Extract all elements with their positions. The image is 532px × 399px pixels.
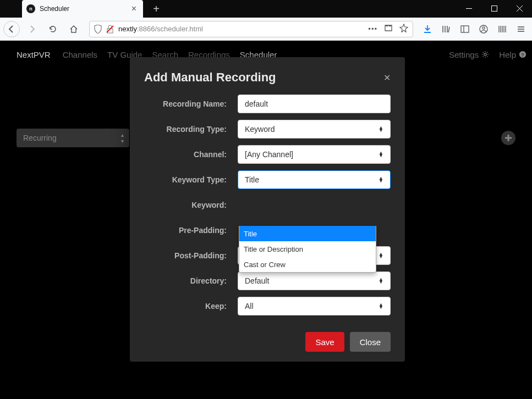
brand-label[interactable]: NextPVR [17, 50, 51, 59]
label-keyword: Keyword: [144, 201, 238, 209]
browser-toolbar: nextly:8866/scheduler.html ••• [0, 18, 532, 41]
label-channel: Channel: [144, 150, 238, 159]
label-prepadding: Pre-Padding: [144, 226, 238, 235]
help-icon: ? [519, 51, 526, 58]
add-recording-modal: Add Manual Recording ✕ Recording Name: d… [130, 57, 405, 362]
dropdown-option-cast-or-crew[interactable]: Cast or Crew [239, 257, 376, 272]
directory-select[interactable]: Default ▲▼ [238, 271, 391, 290]
nav-help[interactable]: Help ? [499, 50, 526, 59]
favicon-icon: n [26, 4, 35, 13]
svg-rect-1 [491, 5, 497, 11]
svg-point-9 [482, 26, 485, 29]
chevron-updown-icon: ▲▼ [379, 177, 383, 182]
svg-line-5 [107, 26, 113, 32]
close-button[interactable]: Close [350, 332, 391, 352]
address-bar[interactable]: nextly:8866/scheduler.html ••• [89, 21, 413, 37]
browser-tab[interactable]: n Scheduler × [22, 0, 143, 18]
new-tab-button[interactable]: + [149, 1, 164, 16]
recording-name-input[interactable]: default [238, 95, 391, 113]
back-button[interactable] [3, 21, 20, 37]
keep-select[interactable]: All ▲▼ [238, 297, 391, 315]
library-button[interactable] [438, 21, 454, 37]
dropdown-option-title[interactable]: Title [239, 226, 376, 241]
label-keep: Keep: [144, 302, 238, 311]
svg-point-13 [484, 53, 486, 56]
window-titlebar: n Scheduler × + [0, 0, 532, 18]
nav-settings[interactable]: Settings [449, 50, 489, 59]
gear-icon [481, 51, 489, 58]
label-keyword-type: Keyword Type: [144, 175, 238, 184]
minimize-button[interactable] [456, 0, 481, 16]
nav-channels[interactable]: Channels [63, 50, 97, 59]
insecure-lock-icon [106, 25, 114, 34]
extension-button[interactable] [495, 21, 510, 37]
sidebar-button[interactable] [457, 21, 473, 37]
chevron-updown-icon: ▲▼ [379, 152, 383, 157]
tab-close-icon[interactable]: × [129, 4, 139, 14]
keyword-type-dropdown: Title Title or Description Cast or Crew [239, 226, 376, 273]
maximize-button[interactable] [481, 0, 507, 16]
chevron-updown-icon: ▲▼ [379, 278, 383, 284]
label-directory: Directory: [144, 276, 238, 285]
add-recording-button[interactable] [501, 131, 515, 145]
modal-title: Add Manual Recording [144, 70, 383, 85]
home-button[interactable] [65, 20, 83, 38]
modal-close-button[interactable]: ✕ [383, 73, 391, 83]
svg-text:?: ? [521, 52, 524, 58]
help-label: Help [499, 50, 516, 59]
menu-button[interactable] [513, 21, 529, 37]
shield-icon [94, 25, 102, 34]
label-recording-name: Recording Name: [144, 99, 238, 108]
page-content: NextPVR Channels TV Guide Search Recordi… [0, 41, 532, 399]
downloads-button[interactable] [420, 21, 435, 37]
chevron-updown-icon: ▲▼ [379, 253, 383, 258]
recording-type-select[interactable]: Keyword ▲▼ [238, 120, 391, 138]
reader-shield-icon[interactable] [384, 24, 393, 34]
page-actions-icon[interactable]: ••• [368, 25, 377, 33]
filter-select[interactable]: Recurring ▴▾ [17, 129, 129, 147]
url-text: nextly:8866/scheduler.html [118, 25, 368, 33]
label-postpadding: Post-Padding: [144, 251, 238, 260]
dropdown-option-title-or-description[interactable]: Title or Description [239, 241, 376, 257]
chevron-updown-icon: ▲▼ [379, 303, 383, 309]
reload-button[interactable] [44, 20, 62, 38]
account-button[interactable] [476, 21, 491, 37]
label-recording-type: Recording Type: [144, 125, 238, 134]
forward-button [23, 20, 41, 38]
chevron-updown-icon: ▲▼ [379, 126, 383, 132]
tab-title: Scheduler [40, 5, 129, 13]
window-close-button[interactable] [507, 0, 532, 16]
filter-value: Recurring [23, 134, 57, 142]
save-button[interactable]: Save [305, 332, 344, 352]
chevron-updown-icon: ▴▾ [121, 132, 124, 144]
bookmark-star-icon[interactable] [399, 24, 408, 34]
settings-label: Settings [449, 50, 479, 59]
keyword-type-select[interactable]: Title ▲▼ [238, 170, 391, 189]
channel-select[interactable]: [Any Channel] ▲▼ [238, 145, 391, 164]
svg-rect-6 [461, 26, 469, 32]
